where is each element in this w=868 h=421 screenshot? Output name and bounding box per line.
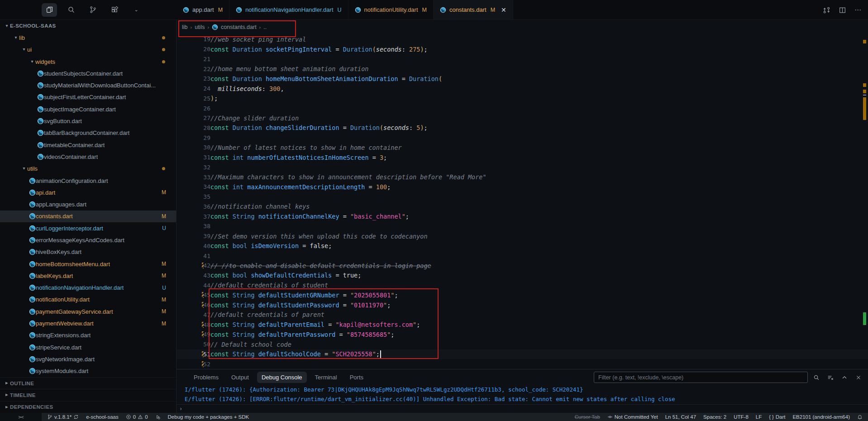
status-item-spaces-2[interactable]: Spaces: 2	[703, 414, 726, 420]
code-line-40[interactable]: 40const bool isDemoVersion = false;	[176, 241, 868, 251]
folder-lib[interactable]: ▾lib	[0, 32, 176, 43]
tab-app.dart[interactable]: app.dartM	[176, 0, 229, 19]
status-item-cursor-tab[interactable]: Cursor Tab	[575, 414, 600, 420]
code-line-50[interactable]: 50// Default school code	[176, 340, 868, 349]
file-svgNetworkImage.dart[interactable]: svgNetworkImage.dart	[0, 353, 176, 365]
breadcrumb-item-..[interactable]: ..	[263, 24, 267, 30]
file-paymentWebview.dart[interactable]: paymentWebview.dartM	[0, 317, 176, 329]
file-studentSubjectsContainer.dart[interactable]: studentSubjectsContainer.dart	[0, 67, 176, 79]
file-stringExtensions.dart[interactable]: stringExtensions.dart	[0, 330, 176, 341]
tab-notificationNavigationHandler.dart[interactable]: notificationNavigationHandler.dartU	[229, 0, 348, 19]
breadcrumb-item-constants.dart[interactable]: constants.dart	[221, 24, 257, 30]
code-line-32[interactable]: 32	[176, 163, 868, 172]
code-line-23[interactable]: 23const Duration homeMenuBottomSheetAnim…	[176, 74, 868, 84]
debug-console-input[interactable]: ›	[176, 404, 868, 412]
code-line-35[interactable]: 35	[176, 192, 868, 202]
code-line-26[interactable]: 26	[176, 103, 868, 113]
code-line-33[interactable]: 33//Maximum characters to show in announ…	[176, 172, 868, 182]
panel-tab-terminal[interactable]: Terminal	[310, 372, 342, 383]
section-outline[interactable]: ▸OUTLINE	[0, 377, 176, 389]
close-tab-icon[interactable]: ✕	[501, 6, 506, 14]
split-editor-icon[interactable]	[839, 6, 846, 14]
file-notificationUtility.dart[interactable]: notificationUtility.dartM	[0, 294, 176, 306]
file-studyMaterialWithDownloadButtonContai...[interactable]: studyMaterialWithDownloadButtonContai...	[0, 79, 176, 91]
project-root[interactable]: ▾E-SCHOOL-SAAS	[0, 20, 176, 32]
code-editor[interactable]: 19//web socket ping interval20const Dura…	[176, 34, 868, 369]
status-item-not-committed-yet[interactable]: Not Committed Yet	[607, 414, 658, 420]
status-item-utf-8[interactable]: UTF-8	[734, 414, 749, 420]
code-line-39[interactable]: 39//Set demo version this when upload th…	[176, 231, 868, 241]
code-line-43[interactable]: 43const bool showDefaultCredentials = tr…	[176, 271, 868, 281]
status-item-debug-my-code-packages-sdk[interactable]: Debug my code + packages + SDK	[168, 414, 249, 420]
file-subjectFirstLetterContainer.dart[interactable]: subjectFirstLetterContainer.dart	[0, 91, 176, 103]
status-item-e-school-saas[interactable]: e-school-saas	[86, 414, 119, 420]
file-hiveBoxKeys.dart[interactable]: hiveBoxKeys.dart	[0, 246, 176, 258]
code-line-51[interactable]: 51const String defaultSchoolCode = "SCH2…	[176, 349, 868, 359]
file-constants.dart[interactable]: constants.dartM	[0, 210, 176, 222]
code-line-36[interactable]: 36//notification channel keys	[176, 201, 868, 211]
panel-tab-ports[interactable]: Ports	[345, 372, 368, 383]
code-line-34[interactable]: 34const int maxAnnouncementDescriptionLe…	[176, 182, 868, 192]
tab-notificationUtility.dart[interactable]: notificationUtility.dartM	[348, 0, 434, 19]
code-line-44[interactable]: 44//default credentials of student	[176, 280, 868, 290]
status-item-v-1-8-1-[interactable]: v.1.8.1*	[47, 414, 79, 420]
collapse-panel-icon[interactable]	[841, 374, 848, 381]
panel-tab-problems[interactable]: Problems	[189, 372, 223, 383]
file-animationConfiguration.dart[interactable]: animationConfiguration.dart	[0, 175, 176, 187]
breadcrumb[interactable]: lib›utils›constants.dart›..	[176, 20, 868, 34]
status-item-eb2101-android-arm64-[interactable]: EB2101 (android-arm64)	[792, 414, 850, 420]
code-line-52[interactable]: 52	[176, 359, 868, 369]
status-item-debug-icon[interactable]	[155, 414, 161, 420]
file-labelKeys.dart[interactable]: labelKeys.dartM	[0, 270, 176, 282]
file-paymentGatewayService.dart[interactable]: paymentGatewayService.dartM	[0, 306, 176, 317]
panel-tab-debug-console[interactable]: Debug Console	[257, 372, 307, 383]
activity-chevron-down-icon[interactable]: ⌄	[129, 3, 144, 17]
file-api.dart[interactable]: api.dartM	[0, 187, 176, 198]
clear-filter-icon[interactable]	[827, 374, 834, 381]
code-line-25[interactable]: 25);	[176, 93, 868, 103]
code-line-27[interactable]: 27//Change slider duration	[176, 113, 868, 123]
file-appLanguages.dart[interactable]: appLanguages.dart	[0, 198, 176, 210]
breadcrumb-item-lib[interactable]: lib	[182, 24, 188, 30]
status-item-0[interactable]: 00	[126, 414, 148, 420]
activity-source-control-icon[interactable]	[85, 3, 100, 17]
status-item-ln-51-col-47[interactable]: Ln 51, Col 47	[665, 414, 696, 420]
folder-ui[interactable]: ▾ui	[0, 44, 176, 56]
more-actions-icon[interactable]: ⋯	[854, 6, 862, 14]
status-item-bell-icon[interactable]	[857, 414, 863, 420]
file-systemModules.dart[interactable]: systemModules.dart	[0, 365, 176, 377]
status-item-dart[interactable]: { }Dart	[769, 414, 785, 420]
panel-tab-output[interactable]: Output	[227, 372, 253, 383]
code-line-42[interactable]: 42// //to enable and disable default cre…	[176, 261, 868, 271]
open-changes-icon[interactable]	[823, 6, 830, 14]
filter-input[interactable]: Filter (e.g. text, !exclude, \escape)	[594, 372, 808, 383]
code-line-41[interactable]: 41	[176, 251, 868, 261]
file-subjectImageContainer.dart[interactable]: subjectImageContainer.dart	[0, 103, 176, 115]
code-line-20[interactable]: 20const Duration socketPingInterval = Du…	[176, 44, 868, 54]
file-notificationNavigationHandler.dart[interactable]: notificationNavigationHandler.dartU	[0, 282, 176, 294]
search-icon[interactable]	[813, 374, 820, 381]
folder-widgets[interactable]: ▾widgets	[0, 56, 176, 67]
activity-extensions-icon[interactable]	[107, 3, 122, 17]
code-line-30[interactable]: 30//Number of latest notices to show in …	[176, 143, 868, 153]
code-line-28[interactable]: 28const Duration changeSliderDuration = …	[176, 123, 868, 133]
code-line-37[interactable]: 37const String notificationChannelKey = …	[176, 211, 868, 221]
code-line-29[interactable]: 29	[176, 133, 868, 143]
tab-constants.dart[interactable]: constants.dartM✕	[434, 0, 513, 19]
code-line-48[interactable]: 48const String defaultParentEmail = "kap…	[176, 320, 868, 330]
folder-utils[interactable]: ▾utils	[0, 163, 176, 175]
section-dependencies[interactable]: ▸DEPENDENCIES	[0, 401, 176, 413]
code-line-19[interactable]: 19//web socket ping interval	[176, 34, 868, 44]
code-line-24[interactable]: 24 milliseconds: 300,	[176, 84, 868, 94]
code-line-49[interactable]: 49const String defaultParentPassword = "…	[176, 330, 868, 340]
file-curlLoggerInterceptor.dart[interactable]: curlLoggerInterceptor.dartU	[0, 222, 176, 234]
code-line-22[interactable]: 22//home menu bottom sheet animation dur…	[176, 64, 868, 74]
file-videosContainer.dart[interactable]: videosContainer.dart	[0, 151, 176, 163]
status-item-lf[interactable]: LF	[756, 414, 762, 420]
activity-search-icon[interactable]	[63, 3, 79, 17]
code-line-31[interactable]: 31const int numberOfLatestNoticesInHomeS…	[176, 153, 868, 163]
activity-explorer-icon[interactable]	[42, 3, 57, 17]
file-tabBarBackgroundContainer.dart[interactable]: tabBarBackgroundContainer.dart	[0, 127, 176, 139]
file-homeBottomsheetMenu.dart[interactable]: homeBottomsheetMenu.dartM	[0, 258, 176, 270]
file-stripeService.dart[interactable]: stripeService.dart	[0, 341, 176, 353]
